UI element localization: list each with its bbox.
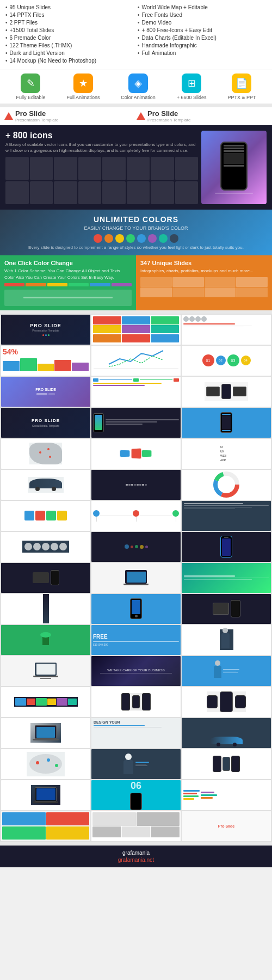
feature-item: •Demo Video bbox=[138, 20, 267, 26]
swatch-purple bbox=[148, 234, 157, 243]
slide-thumb-5[interactable] bbox=[91, 346, 181, 376]
icon-grid-dot bbox=[175, 181, 199, 205]
slides-icon: ⊞ bbox=[182, 74, 201, 93]
slide-thumb-35[interactable]: WE TAKE CARE OF YOUR BUSINESS bbox=[91, 656, 181, 686]
slide-thumb-25[interactable] bbox=[1, 563, 90, 593]
icons-preview-grid bbox=[5, 157, 198, 204]
slide-thumb-42[interactable] bbox=[182, 718, 271, 748]
icon-grid-dot bbox=[127, 157, 150, 180]
feature-item: •Data Charts (Editable In Excel) bbox=[138, 35, 267, 41]
slide-thumb-29[interactable] bbox=[91, 594, 181, 624]
slide-thumb-50[interactable] bbox=[91, 811, 181, 841]
page-footer: grafamania grafamania.net bbox=[0, 846, 272, 867]
slide-thumb-47[interactable]: 06 bbox=[91, 780, 181, 810]
slide-thumb-24[interactable] bbox=[182, 532, 271, 562]
feature-item: •Handmade Infographic bbox=[138, 42, 267, 48]
slide-thumb-26[interactable] bbox=[91, 563, 181, 593]
slide-thumb-38[interactable] bbox=[91, 687, 181, 717]
logo-triangle-icon bbox=[4, 112, 13, 120]
slide-thumb-40[interactable] bbox=[1, 718, 90, 748]
slide-thumb-10[interactable]: PRO SLIDE Social Media Template bbox=[1, 408, 90, 438]
color-bar bbox=[90, 283, 110, 286]
slide-thumb-20[interactable] bbox=[91, 501, 181, 531]
slide-thumb-15[interactable]: UI UX WEB APP bbox=[182, 439, 271, 469]
color-icon: ◈ bbox=[128, 74, 148, 93]
slide-thumb-12[interactable] bbox=[182, 408, 271, 438]
pro-logo-right: Pro Slide Presentation Template bbox=[137, 109, 268, 122]
slide-thumb-7[interactable]: PRO SLIDE bbox=[1, 377, 90, 407]
svg-point-5 bbox=[36, 761, 39, 764]
slide-thumb-8[interactable] bbox=[91, 377, 181, 407]
icon-grid-dot bbox=[127, 181, 150, 205]
slide-thumb-33[interactable] bbox=[182, 625, 271, 655]
slide-thumb-4[interactable]: 54% bbox=[1, 346, 90, 376]
unique-slides-title: 347 Unique Slides bbox=[140, 260, 268, 266]
pptx-icon: 📄 bbox=[232, 74, 251, 93]
icons-row: ✎ Fully Editable ★ Full Animations ◈ Col… bbox=[0, 70, 272, 104]
animations-icon: ★ bbox=[73, 74, 93, 93]
icon-grid-dot bbox=[30, 157, 53, 180]
swatch-red bbox=[94, 234, 102, 243]
swatch-green bbox=[126, 234, 135, 243]
slide-thumb-30[interactable] bbox=[182, 594, 271, 624]
feature-item: •+ 800 Free-Icons + Easy Edit bbox=[138, 27, 267, 33]
slide-thumb-9[interactable] bbox=[182, 377, 271, 407]
icon-grid-dot bbox=[78, 181, 102, 205]
slide-thumb-39[interactable] bbox=[182, 687, 271, 717]
logo-tagline: Presentation Template bbox=[15, 118, 58, 122]
slide-thumb-44[interactable] bbox=[91, 749, 181, 779]
slide-thumb-6[interactable]: 01 02 03 04 bbox=[182, 346, 271, 376]
swatch-teal bbox=[159, 234, 168, 243]
slide-thumb-37[interactable] bbox=[1, 687, 90, 717]
phone-stack bbox=[201, 137, 267, 198]
unique-slides-desc: Infographics, charts, portfolios, mockup… bbox=[140, 268, 268, 274]
slide-thumb-11[interactable] bbox=[91, 408, 181, 438]
icon-grid-dot bbox=[5, 181, 29, 205]
icon-slides: ⊞ + 6600 Slides bbox=[177, 74, 207, 100]
slide-thumb-23[interactable] bbox=[91, 532, 181, 562]
slide-thumb-18[interactable] bbox=[182, 470, 271, 500]
color-bar bbox=[4, 283, 24, 286]
slide-thumb-28[interactable] bbox=[1, 594, 90, 624]
slide-thumb-46[interactable] bbox=[1, 780, 90, 810]
feature-item: •Free Fonts Used bbox=[138, 12, 267, 18]
slide-thumb-16[interactable] bbox=[1, 470, 90, 500]
slide-thumb-36[interactable] bbox=[182, 656, 271, 686]
dual-pro-header: Pro Slide Presentation Template Pro Slid… bbox=[0, 107, 272, 125]
mini-thumb-grid bbox=[140, 277, 268, 297]
slide-thumb-34[interactable] bbox=[1, 656, 90, 686]
icon-grid-dot bbox=[151, 157, 174, 180]
slide-thumb-2[interactable] bbox=[91, 315, 181, 345]
slide-thumb-51[interactable]: Pro Slide bbox=[182, 811, 271, 841]
slide-thumb-22[interactable] bbox=[1, 532, 90, 562]
color-bar bbox=[47, 283, 67, 286]
icon-grid-dot bbox=[54, 181, 77, 205]
color-bar bbox=[112, 283, 132, 286]
one-click-box: One Click Color Change With 1 Color Sche… bbox=[0, 255, 136, 310]
slide-thumb-41[interactable]: DESIGN YOUR bbox=[91, 718, 181, 748]
slide-thumb-1[interactable]: PRO SLIDE Presentation Template bbox=[1, 315, 90, 345]
icon-color: ◈ Color Animation bbox=[121, 74, 156, 100]
slide-thumb-48[interactable] bbox=[182, 780, 271, 810]
swatch-blue bbox=[137, 234, 146, 243]
colors-section: UNLIMITED COLORS EASILY CHANGE TO YOUR B… bbox=[0, 210, 272, 255]
slide-thumb-3[interactable] bbox=[182, 315, 271, 345]
icon-editable: ✎ Fully Editable bbox=[16, 74, 45, 100]
slide-thumb-32[interactable]: FREE $19 $49 $99 bbox=[91, 625, 181, 655]
unique-slides-box: 347 Unique Slides Infographics, charts, … bbox=[136, 255, 272, 310]
slide-thumb-49[interactable] bbox=[1, 811, 90, 841]
slide-thumb-17[interactable] bbox=[91, 470, 181, 500]
slide-thumb-14[interactable] bbox=[91, 439, 181, 469]
slide-thumb-45[interactable] bbox=[182, 749, 271, 779]
slide-thumb-13[interactable] bbox=[1, 439, 90, 469]
slide-thumb-27[interactable] bbox=[182, 563, 271, 593]
slide-thumb-21[interactable] bbox=[182, 501, 271, 531]
feature-item: •Full Animation bbox=[138, 50, 267, 56]
slide-thumb-31[interactable] bbox=[1, 625, 90, 655]
slide-thumb-43[interactable] bbox=[1, 749, 90, 779]
icon-grid-dot bbox=[102, 181, 126, 205]
svg-point-4 bbox=[29, 754, 62, 774]
features-col-1: •95 Unique Slides •14 PPTX Files •2 PPT … bbox=[5, 4, 134, 65]
slide-thumb-19[interactable] bbox=[1, 501, 90, 531]
slides-thumbnail-grid: PRO SLIDE Presentation Template bbox=[0, 314, 272, 842]
